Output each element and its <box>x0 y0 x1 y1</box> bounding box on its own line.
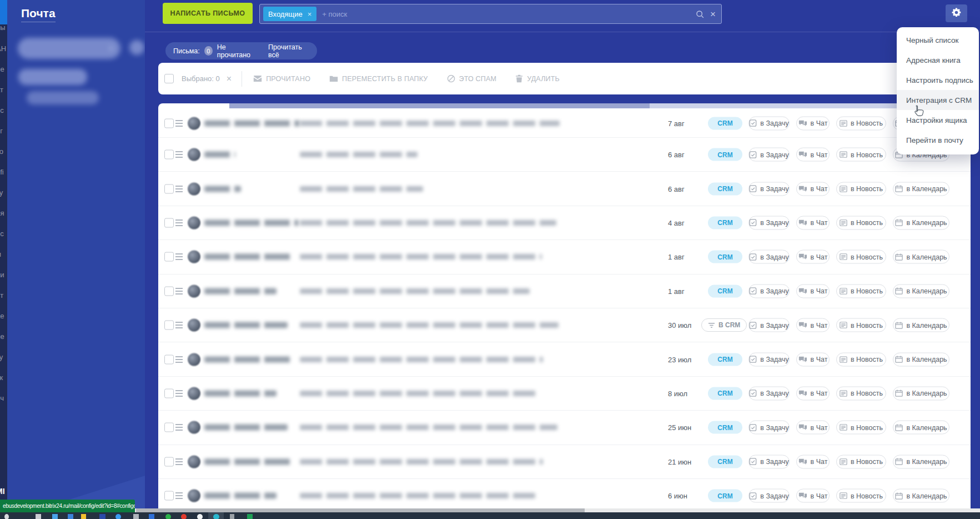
taskbar-app-icon[interactable] <box>52 514 58 519</box>
mail-row[interactable]: 6 авгCRMв Задачув Чатв Новостьв Календар… <box>158 138 971 172</box>
drag-handle-icon[interactable] <box>175 356 183 363</box>
row-button-news[interactable]: в Новость <box>836 250 886 264</box>
row-button-news[interactable]: в Новость <box>836 318 886 332</box>
row-button-news[interactable]: в Новость <box>836 455 886 468</box>
bulk-action-folder[interactable]: ПЕРЕМЕСТИТЬ В ПАПКУ <box>329 75 428 83</box>
menu-item-4[interactable]: Интеграция с CRM <box>897 90 979 110</box>
row-button-calendar[interactable]: в Календарь <box>893 216 949 229</box>
drag-handle-icon[interactable] <box>175 492 183 499</box>
taskbar-app-icon[interactable] <box>197 514 203 519</box>
sidebar-folder-item[interactable] <box>27 91 99 104</box>
row-button-task[interactable]: в Задачу <box>748 489 790 503</box>
search-icon[interactable] <box>695 9 705 19</box>
taskbar-app-icon[interactable] <box>149 514 154 519</box>
browser-hscrollbar-thumb[interactable] <box>136 508 585 512</box>
row-checkbox[interactable] <box>164 388 174 398</box>
mail-row[interactable]: 7 авгCRMв Задачув Чатв Новостьв Календар… <box>158 109 971 138</box>
taskbar-app-icon[interactable] <box>230 514 234 519</box>
row-button-task[interactable]: в Задачу <box>748 182 790 196</box>
row-button-calendar[interactable]: в Календарь <box>893 182 949 196</box>
drag-handle-icon[interactable] <box>175 151 183 158</box>
menu-item-1[interactable]: Черный список <box>897 30 979 50</box>
row-button-news[interactable]: в Новость <box>836 352 886 366</box>
row-button-task[interactable]: в Задачу <box>748 148 790 162</box>
taskbar-app-icon[interactable] <box>181 514 187 519</box>
row-button-news[interactable]: в Новость <box>836 489 886 503</box>
row-button-calendar[interactable]: в Календарь <box>893 455 949 468</box>
drag-handle-icon[interactable] <box>175 120 183 127</box>
drag-handle-icon[interactable] <box>175 288 183 295</box>
menu-item-2[interactable]: Адресная книга <box>897 50 979 70</box>
list-hscrollbar-thumb[interactable] <box>229 103 650 108</box>
windows-taskbar[interactable] <box>0 512 980 519</box>
row-checkbox[interactable] <box>164 423 174 432</box>
mailbox-selector[interactable]: ▾ <box>18 38 120 59</box>
row-button-news[interactable]: в Новость <box>836 216 886 229</box>
bulk-action-envelope[interactable]: ПРОЧИТАНО <box>253 75 310 83</box>
bulk-action-spam[interactable]: ЭТО СПАМ <box>447 74 497 83</box>
row-button-news[interactable]: в Новость <box>836 148 886 162</box>
row-button-chat[interactable]: в Чат <box>796 318 830 332</box>
select-all-checkbox[interactable] <box>164 74 174 83</box>
row-button-chat[interactable]: в Чат <box>796 455 830 468</box>
row-checkbox[interactable] <box>164 150 174 159</box>
bulk-action-trash[interactable]: УДАЛИТЬ <box>515 74 560 83</box>
unread-filter-button[interactable]: Не прочитано <box>217 43 256 59</box>
search-clear-icon[interactable]: × <box>710 9 716 19</box>
row-checkbox[interactable] <box>164 457 174 466</box>
mail-row[interactable]: 8 июлCRMв Задачув Чатв Новостьв Календар… <box>158 377 971 411</box>
row-button-calendar[interactable]: в Календарь <box>893 250 949 264</box>
row-button-chat[interactable]: в Чат <box>796 216 830 229</box>
row-checkbox[interactable] <box>164 118 174 128</box>
menu-item-3[interactable]: Настроить подпись <box>897 70 979 90</box>
taskbar-app-icon[interactable] <box>247 514 253 519</box>
row-button-chat[interactable]: в Чат <box>796 284 830 298</box>
compose-button[interactable]: НАПИСАТЬ ПИСЬМО <box>163 3 253 24</box>
drag-handle-icon[interactable] <box>175 219 183 226</box>
row-button-chat[interactable]: в Чат <box>796 421 830 435</box>
mail-row[interactable]: 6 авгCRMв Задачув Чатв Новостьв Календар… <box>158 172 971 206</box>
settings-gear-button[interactable] <box>946 4 967 22</box>
row-button-calendar[interactable]: в Календарь <box>893 489 949 503</box>
drag-handle-icon[interactable] <box>175 458 183 465</box>
mail-row[interactable]: 25 июнCRMв Задачув Чатв Новостьв Календа… <box>158 411 971 445</box>
taskbar-app-icon[interactable] <box>133 514 139 519</box>
row-button-calendar[interactable]: в Календарь <box>893 421 949 435</box>
row-button-news[interactable]: в Новость <box>836 386 886 400</box>
row-checkbox[interactable] <box>164 321 174 330</box>
row-button-chat[interactable]: в Чат <box>796 386 830 400</box>
drag-handle-icon[interactable] <box>175 424 183 431</box>
row-button-calendar[interactable]: в Календарь <box>893 352 949 366</box>
search-bar[interactable]: Входящие × + поиск × <box>259 4 722 24</box>
taskbar-app-icon[interactable] <box>213 514 219 519</box>
drag-handle-icon[interactable] <box>175 390 183 397</box>
row-button-chat[interactable]: в Чат <box>796 352 830 366</box>
row-button-calendar[interactable]: в Календарь <box>893 318 949 332</box>
drag-handle-icon[interactable] <box>175 322 183 328</box>
row-button-task[interactable]: в Задачу <box>748 284 790 298</box>
taskbar-app-icon[interactable] <box>81 514 86 519</box>
row-button-task[interactable]: в Задачу <box>748 352 790 366</box>
row-checkbox[interactable] <box>164 218 174 227</box>
row-button-news[interactable]: в Новость <box>836 421 886 435</box>
drag-handle-icon[interactable] <box>175 186 183 192</box>
mail-row[interactable]: 1 авгCRMв Задачув Чатв Новостьв Календар… <box>158 240 971 274</box>
row-checkbox[interactable] <box>164 491 174 501</box>
sidebar-folder-item[interactable] <box>18 69 87 85</box>
drag-handle-icon[interactable] <box>175 253 183 260</box>
list-hscrollbar-track[interactable] <box>229 103 971 108</box>
taskbar-app-icon[interactable] <box>68 514 73 519</box>
taskbar-app-icon[interactable] <box>99 514 105 519</box>
row-button-task[interactable]: в Задачу <box>748 318 790 332</box>
search-filter-chip[interactable]: Входящие × <box>263 7 316 21</box>
row-button-news[interactable]: в Новость <box>836 284 886 298</box>
taskbar-app-icon[interactable] <box>4 514 9 519</box>
row-button-task[interactable]: в Задачу <box>748 216 790 229</box>
menu-item-5[interactable]: Настройки ящика <box>897 110 979 130</box>
row-button-calendar[interactable]: в Календарь <box>893 284 949 298</box>
row-button-chat[interactable]: в Чат <box>796 250 830 264</box>
row-button-task[interactable]: в Задачу <box>748 421 790 435</box>
row-button-chat[interactable]: в Чат <box>796 489 830 503</box>
mail-row[interactable]: 6 июнCRMв Задачув Чатв Новостьв Календар… <box>158 479 971 508</box>
mail-row[interactable]: 30 июлВ CRMв Задачув Чатв Новостьв Кален… <box>158 308 971 342</box>
